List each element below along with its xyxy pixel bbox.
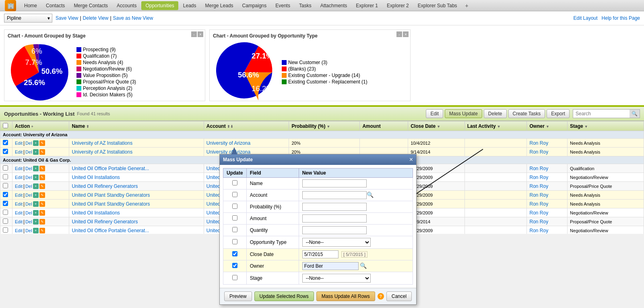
save-view-link[interactable]: Save View [56, 15, 78, 21]
row-checkbox[interactable] [3, 140, 8, 145]
col-amount[interactable]: Amount [360, 121, 408, 131]
row-name-link[interactable]: United Oil Installations [72, 175, 120, 180]
edit-pencil-icon[interactable]: ✎ [39, 166, 45, 171]
row-owner-link[interactable]: Ron Roy [529, 149, 548, 155]
delete-view-link[interactable]: Delete View [83, 15, 109, 21]
nav-attachments[interactable]: Attachments [316, 1, 351, 10]
row-checkbox[interactable] [3, 219, 8, 224]
del-row-link[interactable]: Del [25, 150, 32, 154]
nav-tasks[interactable]: Tasks [295, 1, 316, 10]
mass-update-all-rows-button[interactable]: Mass Update All Rows [316, 291, 375, 301]
del-row-link[interactable]: Del [25, 166, 32, 171]
nav-campaigns[interactable]: Campaigns [238, 1, 271, 10]
add-row-icon[interactable]: + [33, 192, 39, 198]
field-name-checkbox[interactable] [232, 180, 237, 185]
row-owner-link[interactable]: Ron Roy [529, 192, 548, 198]
row-name-link[interactable]: University of AZ Installations [72, 140, 132, 146]
row-owner-link[interactable]: Ron Roy [529, 183, 548, 189]
edit-pencil-icon[interactable]: ✎ [39, 210, 45, 216]
edit-pencil-icon[interactable]: ✎ [39, 201, 45, 207]
edit-row-link[interactable]: Edit [15, 175, 23, 180]
col-close-date[interactable]: Close Date ▼ [408, 121, 464, 131]
row-checkbox[interactable] [3, 201, 8, 206]
row-checkbox[interactable] [3, 192, 8, 197]
row-name-link[interactable]: United Oil Plant Standby Generators [72, 201, 150, 207]
field-opptype-checkbox[interactable] [232, 239, 237, 244]
add-row-icon[interactable]: + [33, 219, 39, 225]
row-name-link[interactable]: United Oil Office Portable Generat... [72, 228, 149, 233]
row-account-link[interactable]: University of Arizona [206, 140, 250, 146]
nav-events[interactable]: Events [271, 1, 294, 10]
edit-row-link[interactable]: Edit [15, 141, 23, 146]
add-row-icon[interactable]: + [33, 175, 39, 180]
field-amount-input[interactable] [302, 214, 367, 223]
nav-merge-leads[interactable]: Merge Leads [201, 1, 237, 10]
help-link[interactable]: Help for this Page [602, 15, 640, 21]
row-owner-link[interactable]: Ron Roy [529, 166, 548, 171]
col-stage[interactable]: Stage ▼ [568, 121, 644, 131]
nav-explorer1[interactable]: Explorer 1 [352, 1, 382, 10]
col-probability[interactable]: Probability (%) ▼ [289, 121, 360, 131]
field-stage-select[interactable]: --None-- [302, 274, 371, 283]
row-name-link[interactable]: United Oil Installations [72, 210, 120, 216]
search-input[interactable] [573, 110, 630, 118]
view-select[interactable]: Pipline [4, 14, 52, 23]
edit-pencil-icon[interactable]: ✎ [39, 183, 45, 189]
owner-search-icon[interactable]: 🔍 [360, 262, 367, 269]
nav-contacts[interactable]: Contacts [42, 1, 69, 10]
field-account-checkbox[interactable] [232, 192, 237, 197]
edit-row-link[interactable]: Edit [15, 166, 23, 171]
add-row-icon[interactable]: + [33, 140, 39, 146]
del-row-link[interactable]: Del [25, 184, 32, 189]
del-row-link[interactable]: Del [25, 193, 32, 198]
row-checkbox[interactable] [3, 183, 8, 188]
add-row-icon[interactable]: + [33, 210, 39, 216]
account-search-icon[interactable]: 🔍 [367, 191, 374, 198]
del-row-link[interactable]: Del [25, 210, 32, 215]
field-closedate-input[interactable] [302, 250, 339, 258]
modal-close-button[interactable]: × [409, 156, 413, 163]
mass-update-button[interactable]: Mass Update [445, 109, 482, 118]
del-row-link[interactable]: Del [25, 175, 32, 180]
col-last-activity[interactable]: Last Activity ▼ [464, 121, 527, 131]
preview-button[interactable]: Preview [224, 291, 252, 301]
edit-row-link[interactable]: Edit [15, 150, 23, 154]
nav-add-icon[interactable]: + [462, 1, 472, 10]
del-row-link[interactable]: Del [25, 141, 32, 146]
add-row-icon[interactable]: + [33, 228, 39, 233]
field-opptype-select[interactable]: --None-- [302, 238, 371, 247]
field-probability-checkbox[interactable] [232, 204, 237, 209]
edit-layout-link[interactable]: Edit Layout [574, 15, 598, 21]
nav-opportunities[interactable]: Opportunities [141, 1, 178, 10]
chart2-minimize-button[interactable]: - [396, 31, 402, 37]
chart1-minimize-button[interactable]: - [191, 31, 197, 37]
col-owner[interactable]: Owner ▼ [527, 121, 568, 131]
edit-pencil-icon[interactable]: ✎ [39, 140, 45, 146]
chart2-close-button[interactable]: × [403, 31, 409, 37]
nav-merge-contacts[interactable]: Merge Contacts [70, 1, 112, 10]
col-account[interactable]: Account ⬆⬇ [204, 121, 289, 131]
row-name-link[interactable]: United Oil Refinery Generators [72, 219, 138, 225]
edit-pencil-icon[interactable]: ✎ [39, 228, 45, 233]
row-checkbox[interactable] [3, 210, 8, 215]
row-checkbox[interactable] [3, 149, 8, 154]
add-row-icon[interactable]: + [33, 166, 39, 171]
del-row-link[interactable]: Del [25, 228, 32, 233]
nav-accounts[interactable]: Accounts [113, 1, 140, 10]
nav-explorer-sub-tabs[interactable]: Explorer Sub Tabs [414, 1, 461, 10]
select-all-checkbox[interactable] [3, 123, 8, 128]
field-closedate-checkbox[interactable] [232, 251, 237, 256]
edit-row-link[interactable]: Edit [15, 193, 23, 198]
field-probability-input[interactable] [302, 203, 367, 211]
field-owner-input[interactable] [302, 262, 359, 270]
row-checkbox[interactable] [3, 227, 8, 233]
edit-row-link[interactable]: Edit [15, 202, 23, 206]
chart1-close-button[interactable]: × [198, 31, 203, 37]
row-owner-link[interactable]: Ron Roy [529, 210, 548, 216]
help-icon[interactable]: ? [378, 293, 384, 300]
field-name-input[interactable] [302, 179, 367, 187]
add-row-icon[interactable]: + [33, 183, 39, 189]
add-row-icon[interactable]: + [33, 201, 39, 207]
edit-row-link[interactable]: Edit [15, 228, 23, 233]
del-row-link[interactable]: Del [25, 219, 32, 224]
